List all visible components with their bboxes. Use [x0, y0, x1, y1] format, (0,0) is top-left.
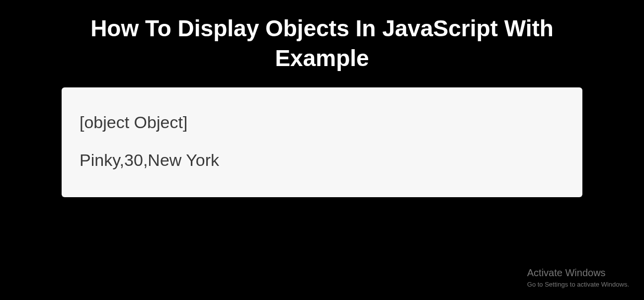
watermark-title: Activate Windows	[527, 267, 629, 279]
output-line-1: [object Object]	[80, 112, 564, 133]
page-container: How To Display Objects In JavaScript Wit…	[0, 0, 644, 197]
windows-activation-watermark: Activate Windows Go to Settings to activ…	[527, 267, 629, 288]
output-box: [object Object] Pinky,30,New York	[62, 87, 582, 198]
page-title: How To Display Objects In JavaScript Wit…	[64, 14, 580, 74]
output-line-2: Pinky,30,New York	[80, 150, 564, 170]
watermark-subtitle: Go to Settings to activate Windows.	[527, 281, 629, 288]
